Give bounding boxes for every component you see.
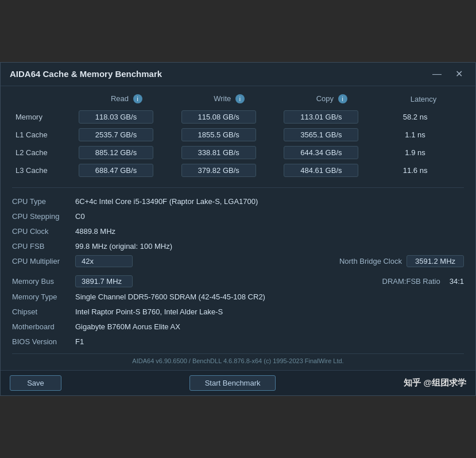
write-value-2: 338.81 GB/s xyxy=(181,146,256,159)
read-value-3: 688.47 GB/s xyxy=(79,164,153,177)
bottom-bar: Save Start Benchmark 知乎 @组团求学 xyxy=(1,370,475,395)
memory-type-row: Memory Type Single Channel DDR5-7600 SDR… xyxy=(12,289,464,304)
copy-value-1: 3565.1 GB/s xyxy=(284,128,358,141)
dram-fsb-label: DRAM:FSB Ratio xyxy=(382,277,440,286)
write-value-1: 1855.5 GB/s xyxy=(181,128,256,141)
content-area: Read i Write i Copy i Latency xyxy=(1,86,475,371)
table-header-row: Read i Write i Copy i Latency xyxy=(12,92,464,109)
copy-value-0: 113.01 GB/s xyxy=(284,110,358,124)
read-value-0: 118.03 GB/s xyxy=(79,110,153,124)
memory-bus-row: Memory Bus 3891.7 MHz DRAM:FSB Ratio 34:… xyxy=(12,274,464,289)
cpu-clock-label: CPU Clock xyxy=(12,227,75,236)
north-bridge-label: North Bridge Clock xyxy=(339,257,402,265)
table-row: Memory 118.03 GB/s 115.08 GB/s 113.01 GB… xyxy=(12,108,464,126)
watermark-text: 知乎 @组团求学 xyxy=(404,378,466,388)
cpu-fsb-value: 99.8 MHz (original: 100 MHz) xyxy=(75,242,172,251)
save-button[interactable]: Save xyxy=(10,375,61,391)
row-label-3: L3 Cache xyxy=(12,161,75,179)
row-label-2: L2 Cache xyxy=(12,144,75,161)
bios-row: BIOS Version F1 xyxy=(12,334,464,349)
col-header-write: Write i xyxy=(178,92,281,109)
table-row: L3 Cache 688.47 GB/s 379.82 GB/s 484.61 … xyxy=(12,161,464,179)
cpu-fsb-label: CPU FSB xyxy=(12,242,75,251)
dram-fsb-group: DRAM:FSB Ratio 34:1 xyxy=(382,277,464,286)
benchmark-table: Read i Write i Copy i Latency xyxy=(12,92,464,180)
main-window: AIDA64 Cache & Memory Benchmark — ✕ Read… xyxy=(0,62,476,397)
memory-type-value: Single Channel DDR5-7600 SDRAM (42-45-45… xyxy=(75,292,265,301)
cpu-stepping-row: CPU Stepping C0 xyxy=(12,209,464,224)
north-bridge-value: 3591.2 MHz xyxy=(407,255,464,267)
copy-info-icon[interactable]: i xyxy=(338,94,347,103)
memory-bus-value: 3891.7 MHz xyxy=(75,275,133,287)
cpu-type-value: 6C+4c Intel Core i5-13490F (Raptor Lake-… xyxy=(75,197,258,206)
chipset-value: Intel Raptor Point-S B760, Intel Alder L… xyxy=(75,307,223,316)
col-header-read: Read i xyxy=(75,92,178,109)
copy-value-3: 484.61 GB/s xyxy=(284,164,358,177)
info-section: CPU Type 6C+4c Intel Core i5-13490F (Rap… xyxy=(12,187,464,349)
table-row: L2 Cache 885.12 GB/s 338.81 GB/s 644.34 … xyxy=(12,144,464,161)
bios-label: BIOS Version xyxy=(12,337,75,346)
col-header-copy: Copy i xyxy=(280,92,383,109)
cpu-stepping-value: C0 xyxy=(75,212,85,221)
cpu-fsb-row: CPU FSB 99.8 MHz (original: 100 MHz) xyxy=(12,238,464,253)
footer-text: AIDA64 v6.90.6500 / BenchDLL 4.6.876.8-x… xyxy=(12,353,464,367)
memory-bus-label: Memory Bus xyxy=(12,277,75,286)
latency-value-1: 1.1 ns xyxy=(386,130,444,139)
table-row: L1 Cache 2535.7 GB/s 1855.5 GB/s 3565.1 … xyxy=(12,126,464,144)
row-label-0: Memory xyxy=(12,108,75,126)
read-info-icon[interactable]: i xyxy=(133,94,142,103)
start-benchmark-button[interactable]: Start Benchmark xyxy=(189,375,276,391)
motherboard-label: Motherboard xyxy=(12,322,75,331)
title-bar: AIDA64 Cache & Memory Benchmark — ✕ xyxy=(1,63,475,86)
cpu-clock-row: CPU Clock 4889.8 MHz xyxy=(12,224,464,238)
row-label-1: L1 Cache xyxy=(12,126,75,144)
close-button[interactable]: ✕ xyxy=(452,68,466,80)
cpu-clock-value: 4889.8 MHz xyxy=(75,227,115,236)
cpu-multiplier-row: CPU Multiplier 42x North Bridge Clock 35… xyxy=(12,253,464,269)
cpu-multiplier-value: 42x xyxy=(75,255,133,267)
cpu-multiplier-label: CPU Multiplier xyxy=(12,257,75,265)
copy-value-2: 644.34 GB/s xyxy=(284,146,358,159)
col-header-latency: Latency xyxy=(383,92,464,109)
motherboard-row: Motherboard Gigabyte B760M Aorus Elite A… xyxy=(12,319,464,334)
motherboard-value: Gigabyte B760M Aorus Elite AX xyxy=(75,322,180,331)
title-bar-controls: — ✕ xyxy=(429,68,466,80)
north-bridge-group: North Bridge Clock 3591.2 MHz xyxy=(339,255,464,267)
read-value-2: 885.12 GB/s xyxy=(79,146,153,159)
read-value-1: 2535.7 GB/s xyxy=(79,128,153,141)
memory-type-label: Memory Type xyxy=(12,292,75,301)
write-info-icon[interactable]: i xyxy=(235,94,245,103)
bios-value: F1 xyxy=(75,337,84,346)
latency-value-3: 11.6 ns xyxy=(386,166,444,175)
minimize-button[interactable]: — xyxy=(429,68,445,80)
latency-value-0: 58.2 ns xyxy=(386,113,444,121)
window-title: AIDA64 Cache & Memory Benchmark xyxy=(10,69,162,79)
cpu-type-label: CPU Type xyxy=(12,197,75,206)
chipset-row: Chipset Intel Raptor Point-S B760, Intel… xyxy=(12,304,464,319)
latency-value-2: 1.9 ns xyxy=(386,148,444,157)
cpu-type-row: CPU Type 6C+4c Intel Core i5-13490F (Rap… xyxy=(12,194,464,209)
write-value-3: 379.82 GB/s xyxy=(181,164,256,177)
cpu-stepping-label: CPU Stepping xyxy=(12,212,75,221)
write-value-0: 115.08 GB/s xyxy=(181,110,256,124)
dram-fsb-value: 34:1 xyxy=(450,277,464,286)
chipset-label: Chipset xyxy=(12,307,75,316)
